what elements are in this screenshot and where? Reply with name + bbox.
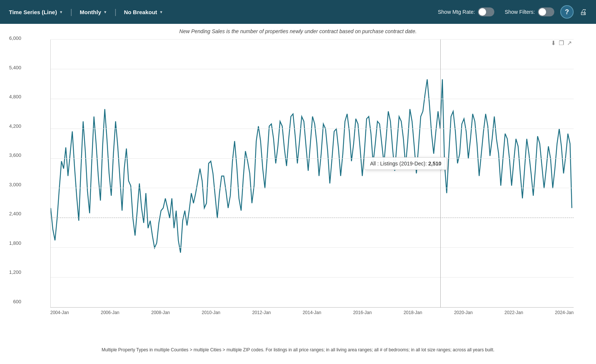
chart-container: ⬇ ❐ ↗ 600 1,200 1,800 2,400 3,000 3,600 … [0,36,596,345]
x-label-2014: 2014-Jan [302,310,321,315]
toolbar-divider-1: | [70,8,72,16]
y-label-2400: 2,400 [0,211,24,216]
x-label-2024: 2024-Jan [555,310,574,315]
toggle-group: Show Mtg Rate: Show Filters: [438,7,554,16]
y-label-4200: 4,200 [0,124,24,129]
line-chart-svg [51,39,574,307]
tooltip-label: All : Listings (2019-Dec): [370,161,428,167]
x-label-2012: 2012-Jan [252,310,271,315]
x-label-2016: 2016-Jan [353,310,372,315]
y-label-5400: 5,400 [0,65,24,70]
x-label-2004: 2004-Jan [50,310,69,315]
x-label-2008: 2008-Jan [151,310,170,315]
chart-type-arrow-icon: ▼ [59,10,63,14]
y-label-6000: 6,000 [0,36,24,41]
chart-type-dropdown[interactable]: Time Series (Line) ▼ [6,7,66,17]
toolbar-divider-2: | [114,8,116,16]
chart-area-wrapper: All : Listings (2019-Dec): 2,510 2004-Ja… [50,39,574,315]
y-label-600: 600 [0,299,24,304]
y-axis: 600 1,200 1,800 2,400 3,000 3,600 4,200 … [0,36,24,304]
breakout-dropdown[interactable]: No Breakout ▼ [121,7,166,17]
x-label-2020: 2020-Jan [454,310,473,315]
x-axis: 2004-Jan 2006-Jan 2008-Jan 2010-Jan 2012… [50,308,574,315]
show-mtg-rate-label: Show Mtg Rate: [438,9,475,15]
crosshair-vertical [440,39,441,307]
y-label-4800: 4,800 [0,94,24,99]
y-label-3600: 3,600 [0,153,24,158]
tooltip-value: 2,510 [428,161,441,167]
show-filters-label: Show Filters: [505,9,535,15]
period-dropdown[interactable]: Monthly ▼ [77,7,110,17]
svg-rect-0 [51,39,574,307]
chart-subtitle: New Pending Sales is the number of prope… [0,24,596,36]
x-label-2010: 2010-Jan [202,310,220,315]
y-label-1200: 1,200 [0,270,24,275]
period-label: Monthly [80,9,101,15]
y-label-1800: 1,800 [0,241,24,246]
breakout-arrow-icon: ▼ [159,10,163,14]
print-icon: 🖨 [580,8,587,16]
x-label-2006: 2006-Jan [101,310,119,315]
footer-text: Multiple Property Types in multiple Coun… [0,345,596,355]
period-arrow-icon: ▼ [104,10,107,14]
help-icon: ? [565,8,569,16]
breakout-label: No Breakout [124,9,157,15]
chart-tooltip: All : Listings (2019-Dec): 2,510 [364,157,447,170]
print-button[interactable]: 🖨 [577,5,590,19]
show-filters-toggle[interactable] [538,7,554,16]
help-button[interactable]: ? [560,5,574,19]
y-label-3000: 3,000 [0,182,24,187]
chart-area: All : Listings (2019-Dec): 2,510 [50,39,574,308]
toolbar: Time Series (Line) ▼ | Monthly ▼ | No Br… [0,0,596,24]
show-mtg-rate-toggle[interactable] [478,7,494,16]
x-label-2018: 2018-Jan [403,310,422,315]
x-label-2022: 2022-Jan [504,310,523,315]
chart-type-label: Time Series (Line) [9,9,57,15]
